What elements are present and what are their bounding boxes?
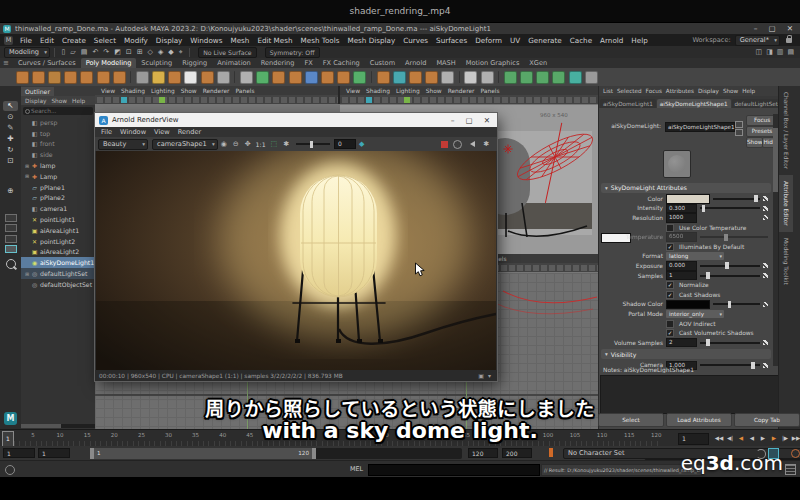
- shelf-tool-icon[interactable]: [321, 71, 334, 84]
- texture-map-button[interactable]: [763, 302, 768, 307]
- lock-icon[interactable]: [786, 38, 792, 43]
- sidebar-tab[interactable]: Modeling Toolkit: [779, 232, 793, 291]
- zoom-level[interactable]: 1:1: [256, 141, 266, 148]
- shelf-tool-icon[interactable]: [240, 71, 253, 84]
- shelf-tool-icon[interactable]: [168, 71, 181, 84]
- aov-dropdown[interactable]: Beauty: [98, 139, 148, 150]
- status-tool-icon[interactable]: ⊡: [126, 48, 132, 56]
- shelf-tool-icon[interactable]: [569, 71, 582, 84]
- shelf-tool-icon[interactable]: [552, 71, 565, 84]
- render-region-icon[interactable]: ⬚: [271, 140, 278, 148]
- shelf-tab[interactable]: Sculpting: [136, 58, 177, 68]
- outliner-menu-item[interactable]: Show: [51, 98, 67, 104]
- shelf-tab[interactable]: Rendering: [256, 58, 300, 68]
- range-slider-handle[interactable]: 1 120: [90, 448, 316, 459]
- texture-map-button[interactable]: [763, 263, 768, 268]
- shelf-tool-icon[interactable]: [377, 71, 390, 84]
- statusbar-icon[interactable]: ▣: [478, 372, 484, 379]
- shelf-tool-icon[interactable]: [201, 71, 214, 84]
- shelf-tab[interactable]: Curves / Surfaces: [13, 58, 81, 68]
- attribute-value-field[interactable]: 2: [666, 338, 697, 348]
- status-tool-icon[interactable]: ◆: [168, 48, 173, 56]
- attribute-menu-item[interactable]: List: [603, 88, 613, 94]
- shelf-tool-icon[interactable]: [464, 71, 477, 84]
- shelf-tool-icon[interactable]: [409, 71, 422, 84]
- shelf-tool-icon[interactable]: [80, 71, 93, 84]
- outliner-item[interactable]: persp: [21, 117, 95, 128]
- viewport-menu-item[interactable]: Lighting: [151, 88, 175, 94]
- shelf-tool-icon[interactable]: [97, 71, 110, 84]
- menu-item[interactable]: UV: [506, 36, 524, 45]
- attribute-slider[interactable]: [700, 207, 760, 209]
- command-input[interactable]: [368, 464, 540, 476]
- viewport-menu-item[interactable]: Renderer: [203, 88, 230, 94]
- shelf-tool-icon[interactable]: [217, 71, 230, 84]
- attribute-value-field[interactable]: 0.000: [666, 261, 697, 271]
- node-tab[interactable]: aiSkyDomeLight1: [600, 99, 656, 108]
- menu-item[interactable]: Generate: [524, 36, 566, 45]
- attribute-row[interactable]: Volume Samples 2 2: [600, 338, 772, 348]
- render-image[interactable]: [96, 151, 496, 370]
- outliner-item[interactable]: aiAreaLight1: [21, 225, 95, 236]
- menu-item[interactable]: Modify: [120, 36, 152, 45]
- tool-icon[interactable]: ✚: [3, 134, 18, 144]
- universal-manipulator-icon[interactable]: ⊕: [3, 186, 18, 196]
- panel-toggle-icon[interactable]: ▤: [787, 48, 794, 56]
- outliner-item[interactable]: defaultObjectSet: [21, 279, 95, 290]
- playback-start-field[interactable]: 1: [38, 448, 70, 458]
- range-right-grip[interactable]: [312, 448, 316, 459]
- node-tab[interactable]: aiSkyDomeLightShape1: [657, 99, 731, 108]
- attribute-row[interactable]: Portal Mode interior_only interior_only: [600, 309, 772, 319]
- tool-icon[interactable]: ✎: [3, 123, 18, 133]
- outliner-menu-item[interactable]: Help: [72, 98, 85, 104]
- viewport-toolbar-icons[interactable]: [340, 95, 598, 104]
- outliner-item[interactable]: defaultLightSet: [21, 268, 95, 279]
- preferences-icon[interactable]: [791, 449, 800, 458]
- node-name-field[interactable]: aiSkyDomeLightShape1: [665, 122, 735, 132]
- attribute-row[interactable]: Cast Volumetric Shadows: [600, 328, 772, 338]
- stop-render-button[interactable]: [441, 141, 448, 148]
- outliner-item[interactable]: top: [21, 128, 95, 139]
- attribute-slider[interactable]: [700, 236, 768, 238]
- gain-field[interactable]: 0: [334, 139, 356, 149]
- outliner-item[interactable]: side: [21, 149, 95, 160]
- shelf-tab[interactable]: Poly Modeling: [81, 58, 137, 68]
- outliner-item[interactable]: aiAreaLight2: [21, 247, 95, 258]
- menu-item[interactable]: Select: [90, 36, 120, 45]
- menu-item[interactable]: Curves: [399, 36, 432, 45]
- shelf-tool-icon[interactable]: [48, 71, 61, 84]
- attribute-row[interactable]: Intensity 0.300 0.300: [600, 204, 772, 214]
- viewport-menu-item[interactable]: Lighting: [396, 88, 420, 94]
- menu-item[interactable]: Edit: [36, 36, 58, 45]
- outliner-item[interactable]: Lamp: [21, 171, 95, 182]
- shelf-tab[interactable]: FX Caching: [318, 58, 365, 68]
- status-tool-icon[interactable]: ⊞: [137, 48, 143, 56]
- sidebar-tab[interactable]: Channel Box / Layer Editor: [779, 86, 793, 175]
- snapshot-icon[interactable]: ✥: [245, 140, 251, 148]
- sidebar-tab[interactable]: Attribute Editor: [779, 175, 793, 232]
- texture-map-button[interactable]: [763, 196, 768, 201]
- attribute-menu-item[interactable]: Show: [723, 88, 738, 94]
- outliner-item[interactable]: camera1: [21, 203, 95, 214]
- set-key-icon[interactable]: [549, 448, 553, 457]
- minimize-button[interactable]: –: [754, 24, 758, 33]
- attribute-slider[interactable]: [700, 265, 760, 267]
- shelf-tool-icon[interactable]: [371, 71, 372, 83]
- renderview-titlebar[interactable]: A Arnold RenderView – ▢ ✕: [95, 113, 497, 127]
- shelf-tool-icon[interactable]: [289, 71, 302, 84]
- shelf-tool-icon[interactable]: [234, 71, 235, 83]
- attribute-value-field[interactable]: 1000: [666, 213, 697, 223]
- node-tab[interactable]: defaultLightSet: [732, 99, 782, 108]
- shelf-tool-icon[interactable]: [64, 71, 77, 84]
- viewport-menu-item[interactable]: Renderer: [448, 88, 475, 94]
- status-tool-icon[interactable]: ↶: [92, 48, 98, 56]
- status-tool-icon[interactable]: ▤: [81, 48, 88, 56]
- renderview-menu-item[interactable]: File: [101, 128, 112, 136]
- menu-item[interactable]: Windows: [186, 36, 226, 45]
- texture-map-button[interactable]: [763, 206, 768, 211]
- attribute-menu-item[interactable]: Attributes: [666, 88, 694, 94]
- checkbox[interactable]: [666, 224, 674, 232]
- statusbar-icon[interactable]: ▾: [488, 372, 491, 379]
- shelf-tool-icon[interactable]: [498, 71, 499, 83]
- outliner-item[interactable]: pointLight1: [21, 214, 95, 225]
